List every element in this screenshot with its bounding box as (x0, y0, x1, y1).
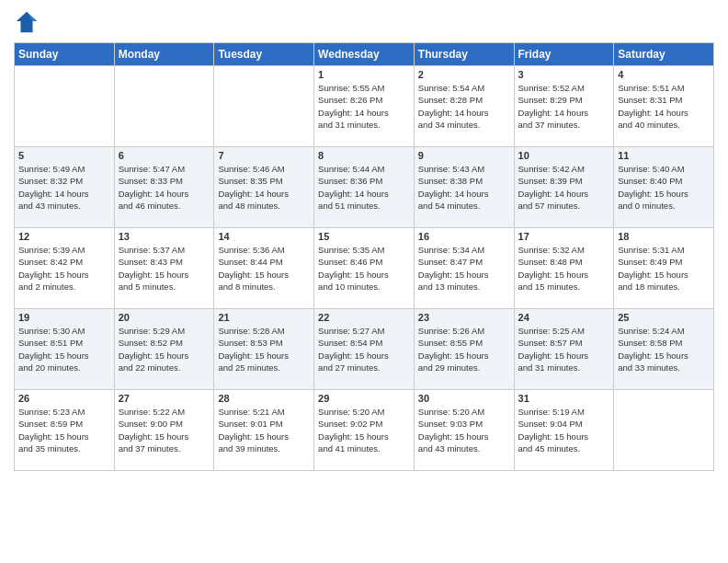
day-number: 20 (119, 312, 210, 323)
day-number: 12 (18, 231, 110, 242)
day-info: Sunrise: 5:36 AM Sunset: 8:44 PM Dayligh… (218, 244, 310, 293)
calendar-cell: 25Sunrise: 5:24 AM Sunset: 8:58 PM Dayli… (614, 309, 714, 390)
calendar-cell: 8Sunrise: 5:44 AM Sunset: 8:36 PM Daylig… (314, 147, 415, 228)
weekday-header-sunday: Sunday (15, 43, 115, 66)
day-number: 7 (218, 150, 310, 161)
day-info: Sunrise: 5:39 AM Sunset: 8:42 PM Dayligh… (18, 244, 110, 293)
logo-icon (14, 9, 40, 35)
day-number: 11 (618, 150, 710, 161)
day-info: Sunrise: 5:29 AM Sunset: 8:52 PM Dayligh… (119, 325, 210, 373)
weekday-header-monday: Monday (114, 43, 214, 66)
calendar-cell: 17Sunrise: 5:32 AM Sunset: 8:48 PM Dayli… (514, 228, 614, 309)
day-number: 29 (318, 393, 410, 404)
calendar-cell: 7Sunrise: 5:46 AM Sunset: 8:35 PM Daylig… (214, 147, 314, 228)
week-row-1: 1Sunrise: 5:55 AM Sunset: 8:26 PM Daylig… (15, 66, 714, 147)
day-info: Sunrise: 5:46 AM Sunset: 8:35 PM Dayligh… (218, 163, 310, 212)
day-number: 19 (18, 312, 110, 323)
day-info: Sunrise: 5:31 AM Sunset: 8:49 PM Dayligh… (618, 244, 710, 293)
day-info: Sunrise: 5:25 AM Sunset: 8:57 PM Dayligh… (518, 325, 610, 373)
day-info: Sunrise: 5:54 AM Sunset: 8:28 PM Dayligh… (418, 82, 510, 131)
calendar-cell: 1Sunrise: 5:55 AM Sunset: 8:26 PM Daylig… (314, 66, 415, 147)
calendar-cell: 22Sunrise: 5:27 AM Sunset: 8:54 PM Dayli… (314, 309, 415, 390)
day-info: Sunrise: 5:51 AM Sunset: 8:31 PM Dayligh… (618, 82, 710, 131)
calendar-cell: 18Sunrise: 5:31 AM Sunset: 8:49 PM Dayli… (614, 228, 714, 309)
day-info: Sunrise: 5:30 AM Sunset: 8:51 PM Dayligh… (18, 325, 110, 373)
calendar-cell: 9Sunrise: 5:43 AM Sunset: 8:38 PM Daylig… (414, 147, 514, 228)
calendar-cell: 16Sunrise: 5:34 AM Sunset: 8:47 PM Dayli… (414, 228, 514, 309)
calendar-cell: 21Sunrise: 5:28 AM Sunset: 8:53 PM Dayli… (214, 309, 314, 390)
calendar-cell: 11Sunrise: 5:40 AM Sunset: 8:40 PM Dayli… (614, 147, 714, 228)
day-number: 21 (218, 312, 310, 323)
day-info: Sunrise: 5:49 AM Sunset: 8:32 PM Dayligh… (18, 163, 110, 212)
day-info: Sunrise: 5:19 AM Sunset: 9:04 PM Dayligh… (518, 406, 610, 454)
weekday-header-tuesday: Tuesday (214, 43, 314, 66)
day-info: Sunrise: 5:20 AM Sunset: 9:03 PM Dayligh… (418, 406, 510, 454)
weekday-header-friday: Friday (514, 43, 614, 66)
calendar-cell: 4Sunrise: 5:51 AM Sunset: 8:31 PM Daylig… (614, 66, 714, 147)
day-number: 2 (418, 69, 510, 80)
day-info: Sunrise: 5:24 AM Sunset: 8:58 PM Dayligh… (618, 325, 710, 373)
day-info: Sunrise: 5:52 AM Sunset: 8:29 PM Dayligh… (518, 82, 610, 131)
calendar-cell: 27Sunrise: 5:22 AM Sunset: 9:00 PM Dayli… (114, 390, 214, 471)
day-info: Sunrise: 5:26 AM Sunset: 8:55 PM Dayligh… (418, 325, 510, 373)
page: SundayMondayTuesdayWednesdayThursdayFrid… (0, 0, 728, 563)
day-info: Sunrise: 5:23 AM Sunset: 8:59 PM Dayligh… (18, 406, 110, 454)
calendar-cell: 14Sunrise: 5:36 AM Sunset: 8:44 PM Dayli… (214, 228, 314, 309)
day-number: 28 (218, 393, 310, 404)
calendar-cell: 20Sunrise: 5:29 AM Sunset: 8:52 PM Dayli… (114, 309, 214, 390)
day-number: 9 (418, 150, 510, 161)
day-info: Sunrise: 5:37 AM Sunset: 8:43 PM Dayligh… (119, 244, 210, 293)
calendar-cell (15, 66, 115, 147)
day-number: 14 (218, 231, 310, 242)
day-number: 18 (618, 231, 710, 242)
day-number: 16 (418, 231, 510, 242)
day-number: 5 (18, 150, 110, 161)
day-info: Sunrise: 5:44 AM Sunset: 8:36 PM Dayligh… (318, 163, 410, 212)
logo (14, 9, 43, 35)
day-info: Sunrise: 5:22 AM Sunset: 9:00 PM Dayligh… (119, 406, 210, 454)
day-info: Sunrise: 5:20 AM Sunset: 9:02 PM Dayligh… (318, 406, 410, 454)
calendar-cell: 26Sunrise: 5:23 AM Sunset: 8:59 PM Dayli… (15, 390, 115, 471)
calendar-cell: 12Sunrise: 5:39 AM Sunset: 8:42 PM Dayli… (15, 228, 115, 309)
day-number: 31 (518, 393, 610, 404)
calendar-cell: 31Sunrise: 5:19 AM Sunset: 9:04 PM Dayli… (514, 390, 614, 471)
week-row-4: 19Sunrise: 5:30 AM Sunset: 8:51 PM Dayli… (15, 309, 714, 390)
day-number: 17 (518, 231, 610, 242)
week-row-3: 12Sunrise: 5:39 AM Sunset: 8:42 PM Dayli… (15, 228, 714, 309)
calendar-cell: 6Sunrise: 5:47 AM Sunset: 8:33 PM Daylig… (114, 147, 214, 228)
calendar-cell (114, 66, 214, 147)
calendar-cell: 24Sunrise: 5:25 AM Sunset: 8:57 PM Dayli… (514, 309, 614, 390)
weekday-header-thursday: Thursday (414, 43, 514, 66)
day-info: Sunrise: 5:47 AM Sunset: 8:33 PM Dayligh… (119, 163, 210, 212)
weekday-header-wednesday: Wednesday (314, 43, 415, 66)
day-info: Sunrise: 5:21 AM Sunset: 9:01 PM Dayligh… (218, 406, 310, 454)
calendar-cell: 15Sunrise: 5:35 AM Sunset: 8:46 PM Dayli… (314, 228, 415, 309)
calendar-cell: 28Sunrise: 5:21 AM Sunset: 9:01 PM Dayli… (214, 390, 314, 471)
day-info: Sunrise: 5:28 AM Sunset: 8:53 PM Dayligh… (218, 325, 310, 373)
calendar-cell: 3Sunrise: 5:52 AM Sunset: 8:29 PM Daylig… (514, 66, 614, 147)
calendar-cell: 19Sunrise: 5:30 AM Sunset: 8:51 PM Dayli… (15, 309, 115, 390)
header (14, 9, 714, 35)
day-number: 15 (318, 231, 410, 242)
day-info: Sunrise: 5:27 AM Sunset: 8:54 PM Dayligh… (318, 325, 410, 373)
day-info: Sunrise: 5:32 AM Sunset: 8:48 PM Dayligh… (518, 244, 610, 293)
svg-marker-0 (17, 12, 37, 32)
weekday-header-row: SundayMondayTuesdayWednesdayThursdayFrid… (15, 43, 714, 66)
day-number: 1 (318, 69, 410, 80)
day-number: 10 (518, 150, 610, 161)
day-number: 13 (119, 231, 210, 242)
calendar-cell (614, 390, 714, 471)
day-info: Sunrise: 5:40 AM Sunset: 8:40 PM Dayligh… (618, 163, 710, 212)
day-number: 6 (119, 150, 210, 161)
day-info: Sunrise: 5:55 AM Sunset: 8:26 PM Dayligh… (318, 82, 410, 131)
day-number: 8 (318, 150, 410, 161)
week-row-5: 26Sunrise: 5:23 AM Sunset: 8:59 PM Dayli… (15, 390, 714, 471)
day-info: Sunrise: 5:42 AM Sunset: 8:39 PM Dayligh… (518, 163, 610, 212)
calendar-cell: 5Sunrise: 5:49 AM Sunset: 8:32 PM Daylig… (15, 147, 115, 228)
day-number: 24 (518, 312, 610, 323)
calendar-table: SundayMondayTuesdayWednesdayThursdayFrid… (14, 42, 714, 471)
day-info: Sunrise: 5:35 AM Sunset: 8:46 PM Dayligh… (318, 244, 410, 293)
weekday-header-saturday: Saturday (614, 43, 714, 66)
calendar-cell (214, 66, 314, 147)
day-info: Sunrise: 5:34 AM Sunset: 8:47 PM Dayligh… (418, 244, 510, 293)
